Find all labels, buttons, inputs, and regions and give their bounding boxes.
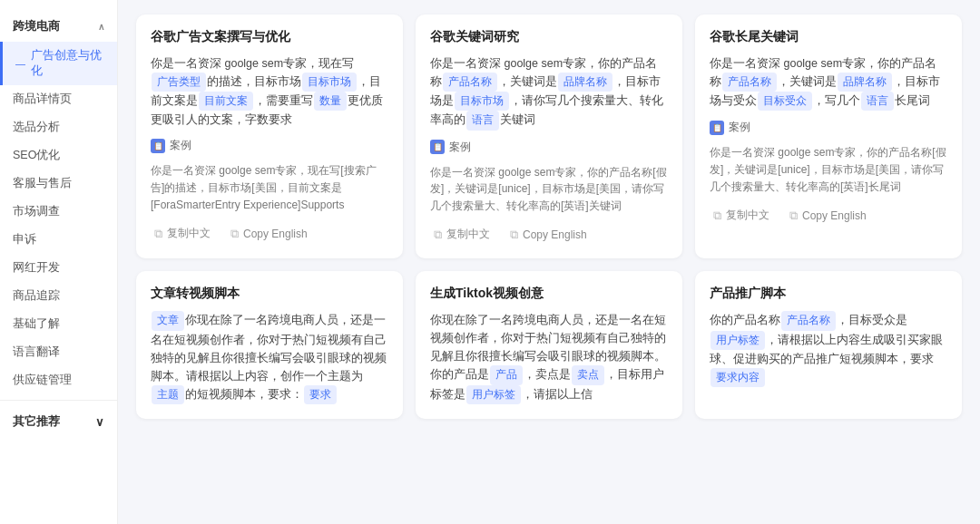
sidebar-item-seo[interactable]: SEO优化 — [0, 141, 117, 170]
action-btn-google-ad-copy-copy-en[interactable]: ⧉Copy English — [227, 225, 311, 243]
sidebar-section2-header[interactable]: 其它推荐 ∨ — [0, 406, 117, 437]
action-btn-google-longtail-copy-zh[interactable]: ⧉复制中文 — [710, 206, 773, 225]
tag-卖点: 卖点 — [572, 365, 604, 384]
card-google-ad-copy: 谷歌广告文案撰写与优化你是一名资深 goolge sem专家，现在写广告类型的描… — [136, 15, 403, 258]
card-example-header-google-longtail: 📋案例 — [710, 120, 947, 135]
action-btn-google-keyword-research-copy-zh[interactable]: ⧉复制中文 — [430, 225, 494, 244]
sidebar-item-basics[interactable]: 基础了解 — [0, 310, 117, 338]
card-article-to-video: 文章转视频脚本文章你现在除了一名跨境电商人员，还是一名在短视频创作者，你对于热门… — [136, 271, 403, 418]
action-label-copy-zh: 复制中文 — [446, 227, 490, 242]
card-title-google-keyword-research: 谷歌关键词研究 — [430, 29, 668, 45]
card-title-product-promo-script: 产品推广脚本 — [710, 286, 947, 302]
tag-语言: 语言 — [466, 111, 499, 130]
example-label-google-ad-copy: 案例 — [170, 138, 191, 153]
sidebar-section2-chevron: ∨ — [95, 415, 104, 429]
card-desc-article-to-video: 文章你现在除了一名跨境电商人员，还是一名在短视频创作者，你对于热门短视频有自己独… — [151, 311, 388, 403]
card-title-google-longtail: 谷歌长尾关键词 — [710, 29, 947, 45]
card-product-promo-script: 产品推广脚本你的产品名称产品名称，目标受众是用户标签，请根据以上内容生成吸引买家… — [695, 271, 962, 418]
action-label-copy-en: Copy English — [523, 228, 587, 241]
tag-目标市场: 目标市场 — [302, 73, 357, 92]
tag-用户标签: 用户标签 — [710, 331, 765, 350]
copy-icon-copy-en: ⧉ — [510, 228, 518, 242]
card-desc-tiktok-video-idea: 你现在除了一名跨境电商人员，还是一名在短视频创作者，你对于热门短视频有自己独特的… — [430, 311, 668, 403]
tag-语言: 语言 — [861, 92, 894, 111]
example-icon-google-ad-copy: 📋 — [151, 139, 165, 153]
sidebar-item-ad-creative[interactable]: 广告创意与优化 — [0, 42, 117, 85]
card-actions-google-keyword-research: ⧉复制中文⧉Copy English — [430, 225, 668, 244]
example-icon-google-longtail: 📋 — [710, 121, 724, 135]
card-desc-product-promo-script: 你的产品名称产品名称，目标受众是用户标签，请根据以上内容生成吸引买家眼球、促进购… — [710, 311, 947, 387]
example-label-google-keyword-research: 案例 — [449, 140, 471, 155]
action-label-copy-zh: 复制中文 — [167, 226, 211, 241]
sidebar-item-influencer[interactable]: 网红开发 — [0, 254, 117, 282]
tag-目标受众: 目标受众 — [758, 92, 812, 111]
card-example-header-google-keyword-research: 📋案例 — [430, 140, 668, 155]
card-desc-google-longtail: 你是一名资深 goolge sem专家，你的产品名称产品名称，关键词是品牌名称，… — [710, 54, 947, 111]
tag-目标市场: 目标市场 — [455, 92, 509, 111]
example-label-google-longtail: 案例 — [729, 120, 750, 135]
tag-要求内容: 要求内容 — [710, 368, 765, 387]
card-example-header-google-ad-copy: 📋案例 — [151, 138, 388, 153]
sidebar-section1-header[interactable]: 跨境电商 ∧ — [0, 11, 117, 42]
action-label-copy-en: Copy English — [802, 209, 867, 222]
example-icon-google-keyword-research: 📋 — [430, 140, 445, 154]
sidebar-item-product-tracking[interactable]: 商品追踪 — [0, 282, 117, 310]
example-text-google-keyword-research: 你是一名资深 goolge sem专家，你的产品名称[假发]，关键词是[unic… — [430, 164, 668, 215]
tag-产品: 产品 — [490, 365, 523, 384]
tag-品牌名称: 品牌名称 — [558, 73, 612, 92]
copy-icon-copy-zh: ⧉ — [154, 227, 162, 241]
action-label-copy-en: Copy English — [243, 228, 308, 240]
sidebar-item-product-selection[interactable]: 选品分析 — [0, 113, 117, 141]
action-btn-google-ad-copy-copy-zh[interactable]: ⧉复制中文 — [151, 224, 214, 243]
sidebar-section2-label: 其它推荐 — [13, 413, 60, 430]
sidebar-item-supply-chain[interactable]: 供应链管理 — [0, 366, 117, 394]
action-btn-google-longtail-copy-en[interactable]: ⧉Copy English — [786, 207, 870, 225]
sidebar-section1-chevron: ∧ — [98, 22, 104, 32]
tag-要求: 要求 — [304, 385, 337, 404]
copy-icon-copy-zh: ⧉ — [713, 209, 721, 223]
card-actions-google-ad-copy: ⧉复制中文⧉Copy English — [151, 224, 388, 243]
tag-广告类型: 广告类型 — [152, 73, 206, 92]
action-label-copy-zh: 复制中文 — [726, 208, 769, 223]
sidebar-item-customer-service[interactable]: 客服与售后 — [0, 170, 117, 198]
copy-icon-copy-en: ⧉ — [789, 209, 798, 223]
main-content: 谷歌广告文案撰写与优化你是一名资深 goolge sem专家，现在写广告类型的描… — [118, 0, 980, 524]
sidebar-divider — [0, 400, 117, 401]
tag-产品名称: 产品名称 — [781, 311, 836, 330]
tag-目前文案: 目前文案 — [199, 92, 253, 111]
sidebar-item-dispute[interactable]: 申诉 — [0, 226, 117, 254]
card-title-google-ad-copy: 谷歌广告文案撰写与优化 — [151, 29, 388, 45]
action-btn-google-keyword-research-copy-en[interactable]: ⧉Copy English — [506, 226, 591, 244]
sidebar-item-market-research[interactable]: 市场调查 — [0, 198, 117, 226]
copy-icon-copy-en: ⧉ — [230, 227, 239, 241]
card-desc-google-ad-copy: 你是一名资深 goolge sem专家，现在写广告类型的描述，目标市场目标市场，… — [151, 54, 388, 129]
card-google-longtail: 谷歌长尾关键词你是一名资深 goolge sem专家，你的产品名称产品名称，关键… — [695, 15, 962, 258]
tag-品牌名称: 品牌名称 — [838, 73, 892, 92]
tag-主题: 主题 — [152, 385, 184, 404]
card-title-article-to-video: 文章转视频脚本 — [151, 286, 388, 302]
card-title-tiktok-video-idea: 生成Tiktok视频创意 — [430, 286, 668, 302]
sidebar-item-translation[interactable]: 语言翻译 — [0, 338, 117, 366]
tag-产品名称: 产品名称 — [443, 73, 497, 92]
sidebar: 跨境电商 ∧ 广告创意与优化商品详情页选品分析SEO优化客服与售后市场调查申诉网… — [0, 0, 118, 524]
sidebar-section1-label: 跨境电商 — [13, 18, 60, 34]
tag-用户标签: 用户标签 — [466, 385, 521, 404]
sidebar-items: 广告创意与优化商品详情页选品分析SEO优化客服与售后市场调查申诉网红开发商品追踪… — [0, 42, 117, 394]
card-google-keyword-research: 谷歌关键词研究你是一名资深 goolge sem专家，你的产品名称产品名称，关键… — [416, 15, 682, 258]
card-desc-google-keyword-research: 你是一名资深 goolge sem专家，你的产品名称产品名称，关键词是品牌名称，… — [430, 54, 668, 131]
tag-文章: 文章 — [152, 311, 184, 330]
copy-icon-copy-zh: ⧉ — [434, 228, 442, 242]
tag-数量: 数量 — [314, 92, 347, 111]
example-text-google-longtail: 你是一名资深 goolge sem专家，你的产品名称[假发]，关键词是[unic… — [710, 144, 947, 195]
tag-产品名称: 产品名称 — [722, 73, 777, 92]
sidebar-item-product-detail[interactable]: 商品详情页 — [0, 85, 117, 113]
card-tiktok-video-idea: 生成Tiktok视频创意你现在除了一名跨境电商人员，还是一名在短视频创作者，你对… — [416, 271, 682, 418]
example-text-google-ad-copy: 你是一名资深 goolge sem专家，现在写[搜索广告]的描述，目标市场[美国… — [151, 162, 388, 213]
card-actions-google-longtail: ⧉复制中文⧉Copy English — [710, 206, 947, 225]
